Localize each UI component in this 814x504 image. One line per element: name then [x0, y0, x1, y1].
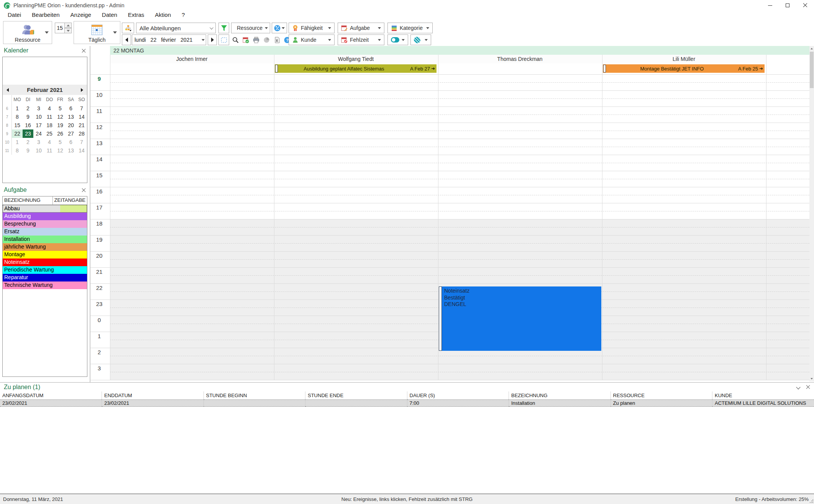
calendar-day[interactable]: 8	[12, 146, 23, 155]
calendar-day[interactable]: 10	[33, 146, 44, 155]
calendar-day[interactable]: 4	[44, 104, 55, 113]
calendar-day[interactable]: 5	[55, 104, 66, 113]
zu-planen-column-header[interactable]: RESSOURCE	[610, 391, 712, 400]
planning-check-button[interactable]	[241, 34, 251, 45]
calendar-day[interactable]: 6	[66, 104, 76, 113]
scroll-down-button[interactable]	[809, 376, 814, 381]
stepper-down-button[interactable]	[65, 28, 72, 33]
calendar-day[interactable]: 7	[76, 104, 87, 113]
menu-bearbeiten[interactable]: Bearbeiten	[26, 11, 65, 19]
task-row[interactable]: Technische Wartung	[3, 281, 87, 289]
calendar-day[interactable]: 13	[66, 113, 76, 121]
pattern-filter[interactable]	[410, 34, 431, 45]
zu-planen-close-icon[interactable]	[806, 385, 810, 389]
search-button[interactable]	[230, 34, 240, 45]
resource-count-stepper[interactable]: 15	[55, 23, 72, 33]
calendar-day[interactable]: 20	[66, 121, 76, 129]
resource-column-header[interactable]: Lili Müller	[602, 55, 766, 63]
menu-daten[interactable]: Daten	[97, 11, 123, 19]
calendar-day[interactable]: 12	[55, 146, 66, 155]
task-col-bezeichnung[interactable]: BEZEICHNUNG	[3, 196, 53, 205]
schedule-scrollbar[interactable]	[809, 46, 814, 381]
calendar-day[interactable]: 27	[66, 129, 76, 138]
calendar-day[interactable]: 2	[23, 104, 33, 113]
calendar-day[interactable]: 15	[12, 121, 23, 129]
zu-planen-column-header[interactable]: STUNDE ENDE	[305, 391, 407, 400]
scroll-up-button[interactable]	[809, 46, 814, 51]
scrollbar-thumb[interactable]	[810, 52, 814, 88]
resource-view-button[interactable]: Ressource	[3, 21, 52, 44]
calendar-day[interactable]: 6	[66, 138, 76, 146]
task-row[interactable]: Abbau	[3, 205, 87, 213]
calendar-day[interactable]: 23	[23, 129, 33, 138]
panel-collapse-icon[interactable]	[796, 385, 800, 389]
calendar-day[interactable]: 14	[76, 146, 87, 155]
calendar-day[interactable]: 17	[33, 121, 44, 129]
calendar-day[interactable]: 18	[44, 121, 55, 129]
department-tree-button[interactable]	[122, 23, 134, 33]
scheduled-event[interactable]: NoteinsatzBestätigtDENGEL	[439, 286, 601, 351]
calendar-panel-close-icon[interactable]	[82, 49, 86, 53]
calendar-day[interactable]: 21	[76, 121, 87, 129]
calendar-day[interactable]: 5	[55, 138, 66, 146]
zu-planen-row[interactable]: 23/02/202123/02/20217:00InstallationZu p…	[0, 400, 814, 407]
menu-datei[interactable]: Datei	[2, 11, 26, 19]
resize-grip[interactable]	[809, 499, 813, 503]
resource-count-value[interactable]: 15	[55, 23, 65, 33]
department-select[interactable]: Alle Abteilungen	[136, 23, 216, 33]
calendar-day[interactable]: 14	[76, 113, 87, 121]
zu-planen-column-header[interactable]: DAUER (S)	[407, 391, 509, 400]
zu-planen-column-header[interactable]: ENDDATUM	[102, 391, 204, 400]
task-row[interactable]: Ersatz	[3, 228, 87, 236]
fehlzeit-filter[interactable]: Fehlzeit	[338, 34, 384, 45]
print-button[interactable]	[251, 34, 261, 45]
resource-column-header[interactable]: Wolfgang Tiedt	[274, 55, 438, 63]
task-row[interactable]: Reparatur	[3, 274, 87, 281]
calendar-day[interactable]: 19	[55, 121, 66, 129]
menu-anzeige[interactable]: Anzeige	[65, 11, 97, 19]
calendar-day[interactable]: 13	[66, 146, 76, 155]
daily-view-button[interactable]: Täglich	[74, 21, 120, 44]
task-row[interactable]: Besprechung	[3, 220, 87, 228]
calendar-day[interactable]: 28	[76, 129, 87, 138]
resource-column-header[interactable]: Thomas Dreckman	[438, 55, 602, 63]
event-banner[interactable]: Ausbildung geplant Alfatec SistemasA Feb…	[275, 64, 437, 73]
calendar-day[interactable]: 8	[12, 113, 23, 121]
calendar-day[interactable]: 7	[76, 138, 87, 146]
task-row[interactable]: Ausbildung	[3, 213, 87, 220]
zu-planen-column-header[interactable]: BEZEICHNUNG	[509, 391, 611, 400]
calendar-day[interactable]: 4	[44, 138, 55, 146]
schedule-area[interactable]: 22 MONTAG Jochen IrmerWolfgang TiedtThom…	[90, 46, 809, 381]
menu-extras[interactable]: Extras	[123, 11, 150, 19]
selection-mode-button[interactable]	[218, 34, 229, 45]
next-month-icon[interactable]	[81, 88, 83, 92]
calendar-day[interactable]: 11	[44, 113, 55, 121]
kunde-filter[interactable]: Kunde	[289, 34, 335, 45]
calendar-day[interactable]: 2	[23, 138, 33, 146]
faehigkeit-filter[interactable]: Fähigkeit	[289, 23, 335, 33]
calendar-day[interactable]: 9	[23, 113, 33, 121]
calendar-day[interactable]: 24	[33, 129, 44, 138]
zu-planen-column-header[interactable]: KUNDE	[712, 391, 814, 400]
zu-planen-column-header[interactable]: STUNDE BEGINN	[204, 391, 305, 400]
ressource-filter[interactable]: Ressource	[231, 23, 270, 33]
date-picker[interactable]: lundi 22 février 2021	[132, 34, 206, 45]
calendar-day[interactable]: 26	[55, 129, 66, 138]
time-grid[interactable]: 910111213141516171819202122230123Noteins…	[90, 74, 809, 380]
calendar-day[interactable]: 16	[23, 121, 33, 129]
kategorie-filter[interactable]: Kategorie	[387, 23, 433, 33]
calendar-day[interactable]: 11	[44, 146, 55, 155]
menu-aktion[interactable]: Aktion	[149, 11, 176, 19]
calendar-day[interactable]: 3	[33, 138, 44, 146]
filter-button[interactable]	[218, 23, 229, 33]
next-day-button[interactable]	[208, 34, 217, 45]
close-button[interactable]	[796, 0, 814, 11]
zu-planen-column-header[interactable]: ANFANGSDATUM	[0, 391, 102, 400]
minimize-button[interactable]	[761, 0, 779, 11]
stepper-up-button[interactable]	[65, 23, 72, 28]
resource-column-header[interactable]: Jochen Irmer	[110, 55, 274, 63]
task-panel-close-icon[interactable]	[82, 188, 86, 192]
calendar-day[interactable]: 1	[12, 138, 23, 146]
task-col-zeitangabe[interactable]: ZEITANGABE	[53, 196, 87, 205]
task-row[interactable]: Montage	[3, 251, 87, 259]
